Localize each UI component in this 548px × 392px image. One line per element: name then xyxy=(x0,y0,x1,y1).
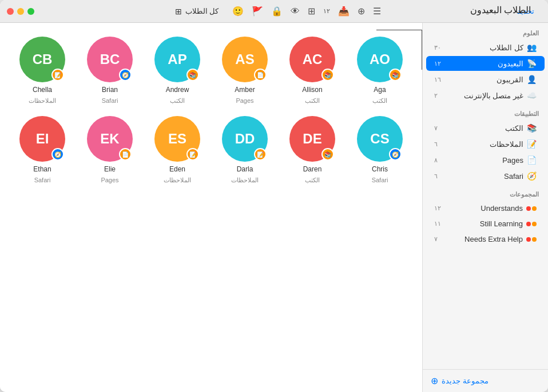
student-name: Elie xyxy=(104,165,116,173)
student-name: Daren xyxy=(303,165,322,173)
badge-count: ١٢ xyxy=(323,7,330,15)
pages-icon: 📄 xyxy=(527,155,537,165)
student-app-label: Safari xyxy=(102,97,118,104)
safari-icon: 🧭 xyxy=(527,171,537,181)
traffic-lights xyxy=(7,8,34,15)
student-card[interactable]: AP📚Andrewالكتب xyxy=(146,37,208,105)
student-name: Aga xyxy=(374,86,386,94)
student-app-badge: 📚 xyxy=(389,69,402,81)
student-name: Amber xyxy=(235,86,255,94)
student-app-badge: 📝 xyxy=(186,148,199,161)
emoji-icon[interactable]: 🙂 xyxy=(232,6,244,17)
grid-icon2[interactable]: ⊞ xyxy=(308,6,315,17)
lock-icon[interactable]: 🔒 xyxy=(271,6,283,17)
student-app-badge: 📚 xyxy=(321,148,334,161)
students-main-area: CB📝ChellaالملاحظاتBC🧭BrianSafariAP📚Andre… xyxy=(0,23,422,392)
update-button[interactable]: تحديد xyxy=(517,7,534,15)
student-app-badge: 📝 xyxy=(254,148,267,161)
student-card[interactable]: EI🧭EthanSafari xyxy=(11,116,73,184)
student-avatar: AC📚 xyxy=(289,37,335,82)
eye-icon[interactable]: 👁 xyxy=(291,6,300,17)
toolbar-icons: 🙂 🚩 🔒 👁 ⊞ ١٢ 📥 ⊕ ☰ xyxy=(232,6,381,17)
student-avatar: AS📄 xyxy=(222,37,268,82)
student-avatar: DE📚 xyxy=(289,116,335,162)
student-avatar: AO📚 xyxy=(357,37,403,82)
sidebar-section-science: العلوم xyxy=(423,23,548,39)
layers-icon[interactable]: ☰ xyxy=(373,6,381,17)
sidebar-item-remote[interactable]: ١٢ البعيدون 📡 xyxy=(426,56,545,71)
student-avatar: BC🧭 xyxy=(87,37,133,82)
understands-group-dots xyxy=(526,206,537,211)
student-name: Chella xyxy=(33,86,52,94)
student-app-label: Pages xyxy=(101,177,118,183)
student-name: Allison xyxy=(302,86,322,94)
student-app-label: الكتب xyxy=(305,97,320,105)
student-avatar: ES📝 xyxy=(154,116,200,162)
sidebar-item-still-learning[interactable]: ١١ Still Learning xyxy=(426,217,545,231)
student-app-label: Safari xyxy=(34,177,51,183)
sidebar: العلوم ٣٠ كل الطلاب 👥 ١٢ البعيدون 📡 xyxy=(422,23,548,392)
student-card[interactable]: AS📄AmberPages xyxy=(214,37,276,105)
sidebar-item-pages[interactable]: ٨ Pages 📄 xyxy=(426,153,545,167)
minimize-button[interactable] xyxy=(17,8,24,15)
sidebar-item-notes[interactable]: ٦ الملاحظات 📝 xyxy=(426,137,545,151)
still-learning-group-dots xyxy=(526,222,537,226)
student-app-badge: 📝 xyxy=(51,69,64,81)
sidebar-section-groups: المجموعات xyxy=(423,184,548,201)
student-app-badge: 📄 xyxy=(119,148,132,161)
remote-icon: 📡 xyxy=(527,59,537,68)
student-app-label: الكتب xyxy=(305,177,320,184)
plus-icon: ⊕ xyxy=(431,375,438,386)
sidebar-item-all-students[interactable]: ٣٠ كل الطلاب 👥 xyxy=(426,40,545,55)
student-card[interactable]: EK📄EliePages xyxy=(79,116,141,184)
titlebar: ⊞ كل الطلاب 🙂 🚩 🔒 👁 ⊞ ١٢ 📥 ⊕ ☰ تحديد xyxy=(0,0,548,23)
nearby-icon: 👤 xyxy=(527,75,537,84)
sidebar-item-books[interactable]: ٧ الكتب 📚 xyxy=(426,121,545,135)
student-card[interactable]: AO📚Agaالكتب xyxy=(349,37,411,105)
sidebar-item-not-connected[interactable]: ٢ غير متصل بالإنترنت ☁️ xyxy=(426,88,545,103)
student-name: Ethan xyxy=(33,165,51,173)
titlebar-center: ⊞ كل الطلاب xyxy=(175,7,219,16)
student-app-label: الملاحظات xyxy=(231,177,259,184)
student-card[interactable]: ES📝Edenالملاحظات xyxy=(146,116,208,184)
student-avatar: CS🧭 xyxy=(357,116,403,162)
compass-icon[interactable]: ⊕ xyxy=(358,6,365,17)
main-window: ⊞ كل الطلاب 🙂 🚩 🔒 👁 ⊞ ١٢ 📥 ⊕ ☰ تحديد xyxy=(0,0,548,392)
student-app-badge: 🧭 xyxy=(51,148,64,161)
not-connected-icon: ☁️ xyxy=(527,91,537,100)
flag-icon[interactable]: 🚩 xyxy=(252,6,263,17)
student-card[interactable]: BC🧭BrianSafari xyxy=(79,37,141,105)
new-group-button[interactable]: ⊕ مجموعة جديدة xyxy=(423,369,548,392)
student-avatar: EK📄 xyxy=(87,116,133,162)
student-avatar: EI🧭 xyxy=(19,116,65,162)
students-grid: CB📝ChellaالملاحظاتBC🧭BrianSafariAP📚Andre… xyxy=(11,32,411,189)
student-card[interactable]: DD📝Darlaالملاحظات xyxy=(214,116,276,184)
student-app-label: Pages xyxy=(236,97,253,104)
maximize-button[interactable] xyxy=(27,8,34,15)
sidebar-item-understands[interactable]: ١٢ Understands xyxy=(426,201,545,215)
books-icon: 📚 xyxy=(527,123,537,133)
notes-icon: 📝 xyxy=(527,139,537,149)
sidebar-item-nearby[interactable]: ١٦ القريبون 👤 xyxy=(426,72,545,87)
student-app-badge: 📚 xyxy=(186,69,199,81)
grid-icon: ⊞ xyxy=(175,7,182,16)
sidebar-item-needs-extra-help[interactable]: ٧ Needs Extra Help xyxy=(426,232,545,246)
student-avatar: DD📝 xyxy=(222,116,268,162)
all-students-icon: 👥 xyxy=(527,43,537,52)
student-name: Chris xyxy=(372,165,388,173)
student-app-label: الملاحظات xyxy=(164,177,191,184)
sidebar-section-apps: التطبيقات xyxy=(423,103,548,120)
student-avatar: AP📚 xyxy=(154,37,200,82)
inbox-icon[interactable]: 📥 xyxy=(338,6,350,17)
student-card[interactable]: AC📚Allisonالكتب xyxy=(281,37,343,105)
needs-extra-help-group-dots xyxy=(526,237,537,242)
window-title: كل الطلاب xyxy=(185,7,219,15)
sidebar-item-safari[interactable]: ٦ Safari 🧭 xyxy=(426,169,545,183)
close-button[interactable] xyxy=(7,8,14,15)
student-card[interactable]: CB📝Chellaالملاحظات xyxy=(11,37,73,105)
student-card[interactable]: CS🧭ChrisSafari xyxy=(349,116,411,184)
student-card[interactable]: DE📚Darenالكتب xyxy=(281,116,343,184)
student-app-label: الكتب xyxy=(170,97,185,105)
student-app-label: الملاحظات xyxy=(29,97,56,105)
student-app-badge: 📚 xyxy=(321,69,334,81)
